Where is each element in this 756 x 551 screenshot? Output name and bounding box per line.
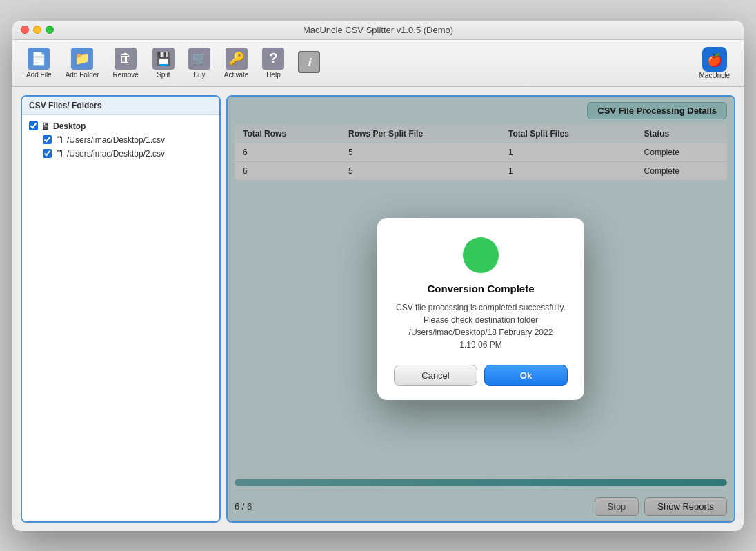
tree-children: 🗒 /Users/imac/Desktop/1.csv 🗒 /Users/ima… [26, 133, 215, 161]
window-title: MacUncle CSV Splitter v1.0.5 (Demo) [303, 25, 453, 35]
macuncle-icon: 🍎 [702, 47, 727, 72]
help-icon: ? [262, 48, 284, 70]
buy-label: Buy [193, 71, 205, 79]
toolbar: 📄 Add File 📁 Add Folder 🗑 Remove 💾 Split… [12, 40, 744, 87]
success-icon [463, 237, 499, 273]
dialog-cancel-button[interactable]: Cancel [394, 365, 477, 386]
dialog-message: CSV file processing is completed success… [394, 301, 568, 351]
buy-button[interactable]: 🛒 Buy [183, 45, 216, 81]
remove-button[interactable]: 🗑 Remove [108, 45, 144, 81]
dialog-ok-button[interactable]: Ok [484, 365, 568, 386]
main-content: CSV Files/ Folders 🖥 Desktop 🗒 /Users/im… [12, 87, 744, 531]
root-checkbox[interactable] [29, 121, 38, 130]
file1-icon: 🗒 [54, 134, 64, 146]
add-file-button[interactable]: 📄 Add File [21, 45, 57, 81]
add-file-icon: 📄 [28, 48, 50, 70]
app-window: MacUncle CSV Splitter v1.0.5 (Demo) 📄 Ad… [12, 21, 744, 531]
svg-text:🍎: 🍎 [707, 52, 723, 68]
titlebar: MacUncle CSV Splitter v1.0.5 (Demo) [12, 21, 744, 40]
split-button[interactable]: 💾 Split [147, 45, 180, 81]
activate-icon: 🔑 [226, 48, 248, 70]
remove-label: Remove [113, 71, 139, 79]
info-button[interactable]: ℹ [292, 48, 326, 77]
tree-root-item: 🖥 Desktop [26, 119, 215, 133]
list-item: 🗒 /Users/imac/Desktop/1.csv [40, 133, 215, 147]
file2-checkbox[interactable] [43, 149, 52, 158]
list-item: 🗒 /Users/imac/Desktop/2.csv [40, 147, 215, 161]
right-panel: CSV File Processing Details Total Rows R… [226, 95, 735, 523]
file1-checkbox[interactable] [43, 135, 52, 144]
close-button[interactable] [21, 26, 29, 34]
help-label: Help [266, 71, 281, 79]
left-panel: CSV Files/ Folders 🖥 Desktop 🗒 /Users/im… [21, 95, 221, 523]
macuncle-button[interactable]: 🍎 MacUncle [694, 44, 735, 82]
dialog: Conversion Complete CSV file processing … [377, 218, 584, 400]
root-label: Desktop [53, 121, 86, 131]
maximize-button[interactable] [46, 26, 54, 34]
desktop-icon: 🖥 [41, 121, 50, 132]
minimize-button[interactable] [33, 26, 41, 34]
dialog-title: Conversion Complete [427, 283, 534, 294]
help-button[interactable]: ? Help [257, 45, 290, 81]
add-folder-label: Add Folder [66, 71, 99, 79]
buy-icon: 🛒 [188, 48, 210, 70]
remove-icon: 🗑 [115, 48, 137, 70]
add-file-label: Add File [26, 71, 52, 79]
file-tree: 🖥 Desktop 🗒 /Users/imac/Desktop/1.csv 🗒 … [22, 115, 219, 521]
split-icon: 💾 [152, 48, 175, 70]
file2-label: /Users/imac/Desktop/2.csv [67, 149, 165, 159]
modal-overlay: Conversion Complete CSV file processing … [228, 97, 734, 521]
left-panel-header: CSV Files/ Folders [22, 97, 219, 115]
info-icon: ℹ [298, 51, 320, 73]
split-label: Split [157, 71, 170, 79]
macuncle-label: MacUncle [699, 72, 730, 79]
file2-icon: 🗒 [54, 148, 64, 159]
dialog-buttons: Cancel Ok [394, 365, 568, 386]
activate-label: Activate [224, 71, 249, 79]
activate-button[interactable]: 🔑 Activate [219, 45, 255, 81]
file1-label: /Users/imac/Desktop/1.csv [67, 135, 165, 145]
add-folder-icon: 📁 [71, 48, 93, 70]
add-folder-button[interactable]: 📁 Add Folder [60, 45, 105, 81]
window-controls [21, 26, 54, 34]
